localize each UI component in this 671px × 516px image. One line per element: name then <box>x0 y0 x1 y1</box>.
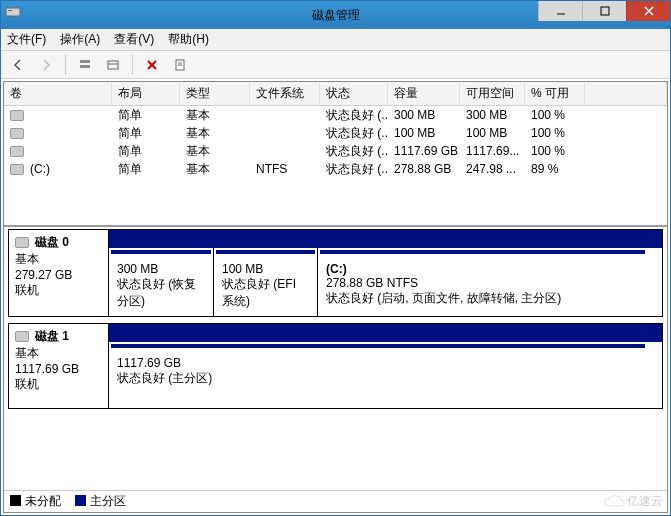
volume-icon <box>10 164 24 175</box>
col-pct[interactable]: % 可用 <box>525 82 585 105</box>
disk-1-status: 联机 <box>15 376 102 393</box>
disk-1-type: 基本 <box>15 345 102 362</box>
volume-icon <box>10 110 24 121</box>
disk-1-title: 磁盘 1 <box>35 328 69 345</box>
menu-view[interactable]: 查看(V) <box>114 31 154 48</box>
legend-unallocated: 未分配 <box>10 493 61 510</box>
menubar: 文件(F) 操作(A) 查看(V) 帮助(H) <box>1 29 670 51</box>
svg-rect-7 <box>80 65 90 68</box>
svg-rect-8 <box>108 61 118 69</box>
disk-0-type: 基本 <box>15 251 102 268</box>
disk-0[interactable]: 磁盘 0 基本 279.27 GB 联机 300 MB状态良好 (恢复分区)10… <box>8 229 663 317</box>
disk-0-title: 磁盘 0 <box>35 234 69 251</box>
menu-help[interactable]: 帮助(H) <box>168 31 209 48</box>
disk-1-banner <box>109 324 662 342</box>
col-layout[interactable]: 布局 <box>112 82 180 105</box>
partition[interactable]: (C:)278.88 GB NTFS状态良好 (启动, 页面文件, 故障转储, … <box>317 248 647 316</box>
partition[interactable]: 300 MB状态良好 (恢复分区) <box>109 248 213 316</box>
forward-button[interactable] <box>35 54 57 76</box>
close-button[interactable] <box>626 1 670 21</box>
app-icon <box>5 4 27 26</box>
volume-row[interactable]: (C:) 简单基本NTFS 状态良好 (...278.88 GB247.98 .… <box>4 160 667 178</box>
window-title: 磁盘管理 <box>312 7 360 24</box>
disk-icon <box>15 237 29 248</box>
disk-1[interactable]: 磁盘 1 基本 1117.69 GB 联机 1117.69 GB状态良好 (主分… <box>8 323 663 409</box>
disk-icon <box>15 331 29 342</box>
maximize-button[interactable] <box>582 1 626 21</box>
refresh-button[interactable] <box>102 54 124 76</box>
col-fs[interactable]: 文件系统 <box>250 82 320 105</box>
col-volume[interactable]: 卷 <box>4 82 112 105</box>
back-button[interactable] <box>7 54 29 76</box>
col-status[interactable]: 状态 <box>320 82 388 105</box>
partition[interactable]: 1117.69 GB状态良好 (主分区) <box>109 342 647 408</box>
disk-1-info: 磁盘 1 基本 1117.69 GB 联机 <box>9 324 109 408</box>
legend: 未分配 主分区 <box>4 490 667 512</box>
volume-icon <box>10 146 24 157</box>
toolbar <box>1 51 670 79</box>
disk-1-size: 1117.69 GB <box>15 362 102 376</box>
disk-map: 磁盘 0 基本 279.27 GB 联机 300 MB状态良好 (恢复分区)10… <box>4 227 667 490</box>
disk-0-info: 磁盘 0 基本 279.27 GB 联机 <box>9 230 109 316</box>
col-capacity[interactable]: 容量 <box>388 82 460 105</box>
unallocated-swatch <box>10 495 21 506</box>
partition[interactable]: 100 MB状态良好 (EFI 系统) <box>213 248 317 316</box>
col-type[interactable]: 类型 <box>180 82 250 105</box>
delete-button[interactable] <box>141 54 163 76</box>
watermark: 亿速云 <box>603 493 663 510</box>
disk-0-size: 279.27 GB <box>15 268 102 282</box>
volume-header: 卷 布局 类型 文件系统 状态 容量 可用空间 % 可用 <box>4 82 667 106</box>
minimize-button[interactable] <box>538 1 582 21</box>
volume-icon <box>10 128 24 139</box>
titlebar: 磁盘管理 <box>1 1 670 29</box>
col-free[interactable]: 可用空间 <box>460 82 525 105</box>
primary-swatch <box>75 495 86 506</box>
svg-rect-1 <box>8 10 12 11</box>
properties-button[interactable] <box>169 54 191 76</box>
svg-rect-6 <box>80 60 90 63</box>
disk-0-status: 联机 <box>15 282 102 299</box>
svg-rect-3 <box>601 7 609 15</box>
view-button[interactable] <box>74 54 96 76</box>
volume-list: 卷 布局 类型 文件系统 状态 容量 可用空间 % 可用 简单基本 状态良好 (… <box>4 82 667 227</box>
svg-rect-0 <box>6 8 20 16</box>
legend-primary: 主分区 <box>75 493 126 510</box>
disk-0-banner <box>109 230 662 248</box>
menu-file[interactable]: 文件(F) <box>7 31 46 48</box>
menu-action[interactable]: 操作(A) <box>60 31 100 48</box>
